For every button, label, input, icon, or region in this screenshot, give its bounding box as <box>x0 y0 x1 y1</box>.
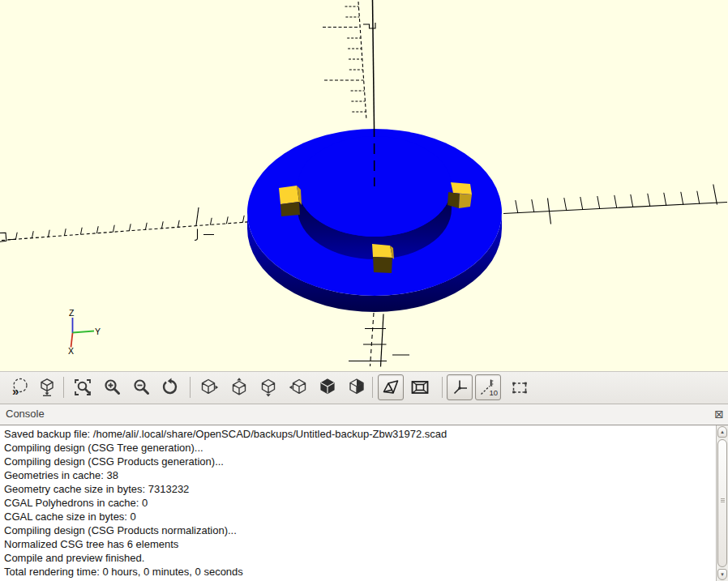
svg-text:»: » <box>12 384 19 398</box>
3d-viewport[interactable]: Z Y X <box>0 0 728 371</box>
console-line: Compile and preview finished. <box>4 551 715 565</box>
zoom-out-icon <box>131 378 151 397</box>
model-cube-front <box>372 244 394 273</box>
zoom-in-icon <box>102 378 122 397</box>
console-line: Geometries in cache: 38 <box>4 468 715 482</box>
console-line: CGAL cache size in bytes: 0 <box>4 510 715 523</box>
scrollbar-up-icon[interactable]: ▴ <box>717 426 727 438</box>
console-line: Normalized CSG tree has 6 elements <box>4 537 715 551</box>
toolbar-separator <box>63 377 64 398</box>
zoom-fit-button[interactable] <box>34 374 60 400</box>
viewport-canvas: Z Y X <box>0 0 728 371</box>
console-line: CGAL Polyhedrons in cache: 0 <box>4 496 715 510</box>
console-panel: Saved backup file: /home/ali/.local/shar… <box>0 425 728 581</box>
zoom-out-button[interactable] <box>128 374 154 400</box>
view-front-icon <box>318 378 337 397</box>
console-log[interactable]: Saved backup file: /home/ali/.local/shar… <box>0 425 715 579</box>
show-edges-button[interactable] <box>507 374 533 400</box>
model-disc <box>247 129 502 312</box>
orthogonal-icon <box>410 378 430 397</box>
console-scrollbar[interactable]: ▴ ▾ <box>716 425 728 581</box>
perspective-icon <box>381 378 400 397</box>
console-line: Geometry cache size in bytes: 7313232 <box>4 482 715 496</box>
view-back-icon <box>347 378 366 397</box>
view-all-button[interactable]: » <box>6 374 32 400</box>
perspective-button[interactable] <box>378 374 404 400</box>
show-scale-markers-icon: 10 <box>478 378 498 397</box>
openscad-window: Z Y X » <box>0 0 728 581</box>
gizmo-y-label: Y <box>95 327 101 336</box>
view-bottom-icon <box>259 378 278 397</box>
show-edges-icon <box>510 378 529 397</box>
show-axes-button[interactable] <box>447 374 473 400</box>
view-top-icon <box>229 378 249 397</box>
svg-text:10: 10 <box>490 388 499 397</box>
toolbar-separator <box>372 377 373 398</box>
zoom-all-icon <box>73 378 92 397</box>
console-line: Saved backup file: /home/ali/.local/shar… <box>4 427 715 441</box>
toolbar-separator <box>442 377 443 398</box>
zoom-all-button[interactable] <box>70 374 96 400</box>
console-close-icon[interactable]: ⊠ <box>714 407 724 421</box>
toolbar-separator <box>190 377 191 398</box>
view-top-button[interactable] <box>226 374 252 400</box>
view-back-button[interactable] <box>344 374 370 400</box>
console-line: Total rendering time: 0 hours, 0 minutes… <box>4 565 715 579</box>
reset-view-icon <box>161 378 180 397</box>
gizmo-x-label: X <box>68 346 74 356</box>
view-toolbar: » <box>0 371 728 404</box>
console-line: Compiling design (CSG Products normaliza… <box>4 523 715 537</box>
view-right-button[interactable] <box>196 374 222 400</box>
model-cube-left <box>279 186 302 216</box>
scrollbar-down-icon[interactable]: ▾ <box>717 569 727 580</box>
view-left-button[interactable] <box>285 374 311 400</box>
console-header: Console ⊠ <box>0 404 728 425</box>
view-right-icon <box>199 378 219 397</box>
view-bottom-button[interactable] <box>255 374 281 400</box>
orthogonal-button[interactable] <box>407 374 433 400</box>
show-scale-markers-button[interactable]: 10 <box>475 374 501 400</box>
console-line: Compiling design (CSG Products generatio… <box>4 455 715 468</box>
zoom-in-button[interactable] <box>99 374 125 400</box>
console-title: Console <box>6 408 45 420</box>
show-axes-icon <box>450 378 469 397</box>
view-front-button[interactable] <box>315 374 340 400</box>
view-all-icon: » <box>10 378 29 397</box>
view-left-icon <box>289 378 308 397</box>
scrollbar-grip <box>721 498 725 499</box>
gizmo-z-label: Z <box>69 308 75 318</box>
scrollbar-thumb[interactable] <box>717 439 727 567</box>
reset-view-button[interactable] <box>157 374 183 400</box>
zoom-fit-icon <box>37 378 57 397</box>
console-line: Compiling design (CSG Tree generation)..… <box>4 441 715 455</box>
